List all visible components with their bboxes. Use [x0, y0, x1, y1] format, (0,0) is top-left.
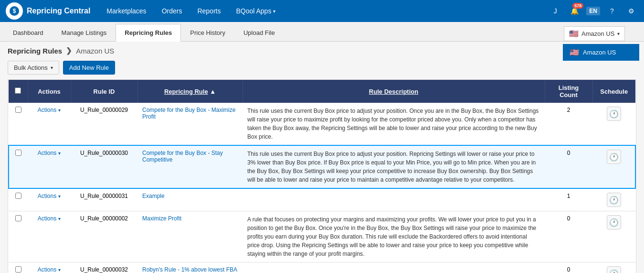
- row3-actions-chevron: ▾: [58, 194, 61, 199]
- flag-us-dropdown-icon: 🇺🇸: [570, 48, 579, 57]
- table-row: Actions ▾ U_Rule_00000032 Robyn's Rule -…: [9, 262, 635, 273]
- navbar: $ Repricing Central Marketplaces Orders …: [0, 0, 644, 22]
- row5-checkbox-cell: [9, 262, 28, 273]
- row5-actions-button[interactable]: Actions ▾: [38, 266, 61, 273]
- rules-table: Actions Rule ID Repricing Rule ▲ Rule De…: [8, 79, 636, 273]
- main-nav: Marketplaces Orders Reports BQool Apps ▾: [100, 1, 548, 21]
- row2-actions: Actions ▾: [28, 145, 71, 188]
- row2-actions-button[interactable]: Actions ▾: [38, 150, 61, 156]
- row3-rule-id: U_Rule_00000031: [71, 188, 137, 211]
- nav-bqool-apps[interactable]: BQool Apps ▾: [229, 1, 282, 21]
- row4-actions: Actions ▾: [28, 211, 71, 262]
- header-listing-count: Listing Count: [545, 80, 592, 103]
- notification-btn[interactable]: 🔔 578: [567, 4, 581, 18]
- user-icon-btn[interactable]: J: [548, 4, 562, 18]
- table-row: Actions ▾ U_Rule_00000029 Compete for th…: [9, 103, 635, 145]
- breadcrumb-page: Repricing Rules: [8, 47, 62, 55]
- nav-marketplaces[interactable]: Marketplaces: [100, 1, 153, 21]
- row5-rule-id: U_Rule_00000032: [71, 262, 137, 273]
- row3-checkbox[interactable]: [15, 193, 21, 199]
- row1-actions: Actions ▾: [28, 103, 71, 145]
- bqool-apps-chevron: ▾: [273, 9, 275, 14]
- svg-text:$: $: [13, 8, 16, 14]
- header-repricing-rule[interactable]: Repricing Rule ▲: [137, 80, 243, 103]
- marketplace-chevron: ▾: [617, 31, 620, 36]
- tab-repricing-rules[interactable]: Repricing Rules: [116, 24, 181, 42]
- header-rule-description[interactable]: Rule Description: [243, 80, 545, 103]
- row1-rule-id: U_Rule_00000029: [71, 103, 137, 145]
- add-new-rule-button[interactable]: Add New Rule: [63, 61, 115, 75]
- table-row: Actions ▾ U_Rule_00000030 Compete for th…: [9, 145, 635, 188]
- row3-checkbox-cell: [9, 188, 28, 211]
- bulk-actions-chevron: ▾: [51, 65, 53, 70]
- help-btn[interactable]: ?: [605, 4, 619, 18]
- navbar-right: J 🔔 578 EN ? ⚙: [548, 4, 638, 18]
- row3-actions-button[interactable]: Actions ▾: [38, 193, 61, 199]
- row4-actions-chevron: ▾: [58, 216, 61, 221]
- row2-rule-name[interactable]: Compete for the Buy Box - Stay Competiti…: [137, 145, 243, 188]
- breadcrumb: Repricing Rules ❯ Amazon US: [0, 42, 644, 58]
- table-row: Actions ▾ U_Rule_00000031 Example 1: [9, 188, 635, 211]
- row1-schedule: 🕐: [592, 103, 635, 145]
- row5-actions-chevron: ▾: [58, 267, 61, 273]
- table-row: Actions ▾ U_Rule_00000002 Maximize Profi…: [9, 211, 635, 262]
- tab-price-history[interactable]: Price History: [181, 24, 234, 41]
- brand[interactable]: $ Repricing Central: [6, 2, 90, 20]
- row2-schedule: 🕐: [592, 145, 635, 188]
- row4-listing-count: 0: [545, 211, 592, 262]
- breadcrumb-arrow: ❯: [66, 46, 72, 55]
- lang-selector[interactable]: EN: [586, 7, 600, 15]
- row3-schedule-button[interactable]: 🕐: [607, 193, 621, 207]
- header-rule-id: Rule ID: [71, 80, 137, 103]
- tab-manage-listings[interactable]: Manage Listings: [53, 24, 116, 41]
- nav-reports[interactable]: Reports: [190, 1, 227, 21]
- row2-schedule-button[interactable]: 🕐: [607, 150, 621, 164]
- settings-btn[interactable]: ⚙: [624, 4, 638, 18]
- row1-schedule-button[interactable]: 🕐: [607, 107, 621, 121]
- tab-upload-file[interactable]: Upload File: [234, 24, 284, 41]
- select-all-checkbox[interactable]: [15, 87, 21, 94]
- row2-description: This rule uses the current Buy Box price…: [243, 145, 545, 188]
- row1-actions-button[interactable]: Actions ▾: [38, 107, 61, 113]
- tab-bar: Dashboard Manage Listings Repricing Rule…: [0, 22, 644, 42]
- row1-listing-count: 2: [545, 103, 592, 145]
- row1-actions-chevron: ▾: [58, 108, 61, 113]
- help-icon: ?: [610, 7, 614, 15]
- row4-checkbox-cell: [9, 211, 28, 262]
- table-header: Actions Rule ID Repricing Rule ▲ Rule De…: [9, 80, 635, 103]
- row3-description: [243, 188, 545, 211]
- row2-listing-count: 0: [545, 145, 592, 188]
- row4-rule-name[interactable]: Maximize Profit: [137, 211, 243, 262]
- row4-schedule-button[interactable]: 🕐: [607, 215, 621, 229]
- row4-actions-button[interactable]: Actions ▾: [38, 215, 61, 222]
- nav-orders[interactable]: Orders: [155, 1, 189, 21]
- bulk-actions-button[interactable]: Bulk Actions ▾: [8, 61, 59, 75]
- row2-checkbox-cell: [9, 145, 28, 188]
- brand-name: Repricing Central: [27, 7, 90, 15]
- row5-checkbox[interactable]: [15, 266, 21, 273]
- row5-actions: Actions ▾: [28, 262, 71, 273]
- toolbar: Bulk Actions ▾ Add New Rule: [0, 58, 644, 79]
- row1-rule-name[interactable]: Compete for the Buy Box - Maximize Profi…: [137, 103, 243, 145]
- brand-icon: $: [6, 2, 23, 20]
- row1-checkbox[interactable]: [15, 107, 21, 113]
- row5-schedule-button[interactable]: 🕐: [607, 266, 621, 273]
- row4-checkbox[interactable]: [15, 215, 21, 221]
- marketplace-dropdown[interactable]: 🇺🇸 Amazon US: [563, 44, 639, 61]
- row2-checkbox[interactable]: [15, 150, 21, 156]
- row3-schedule: 🕐: [592, 188, 635, 211]
- row5-rule-name[interactable]: Robyn's Rule - 1% above lowest FBA: [137, 262, 243, 273]
- row2-rule-id: U_Rule_00000030: [71, 145, 137, 188]
- notification-badge: 578: [572, 3, 583, 9]
- row5-description: [243, 262, 545, 273]
- gear-icon: ⚙: [628, 7, 634, 15]
- marketplace-selector[interactable]: 🇺🇸 Amazon US ▾: [564, 26, 625, 41]
- row3-actions: Actions ▾: [28, 188, 71, 211]
- row3-listing-count: 1: [545, 188, 592, 211]
- row5-schedule: 🕐: [592, 262, 635, 273]
- tab-dashboard[interactable]: Dashboard: [4, 24, 53, 41]
- row3-rule-name[interactable]: Example: [137, 188, 243, 211]
- header-schedule: Schedule: [592, 80, 635, 103]
- row4-rule-id: U_Rule_00000002: [71, 211, 137, 262]
- row4-schedule: 🕐: [592, 211, 635, 262]
